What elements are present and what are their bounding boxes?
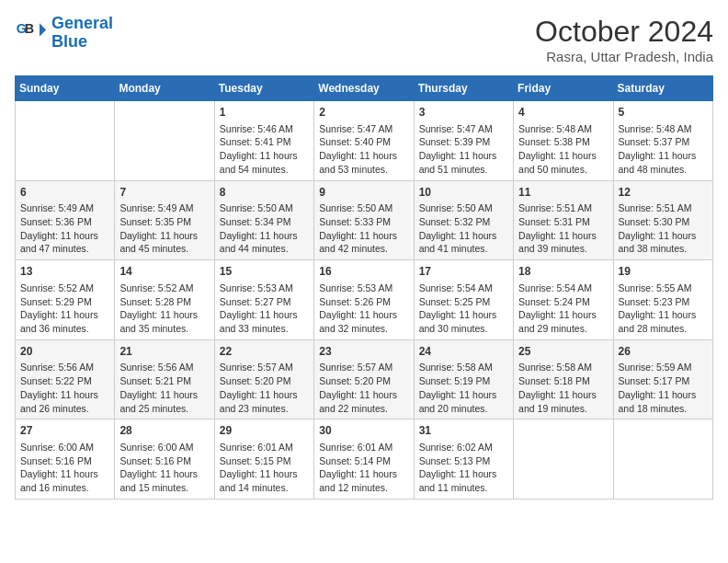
day-number: 5 xyxy=(619,105,708,121)
day-cell: 11Sunrise: 5:51 AM Sunset: 5:31 PM Dayli… xyxy=(514,180,613,260)
day-cell: 2Sunrise: 5:47 AM Sunset: 5:40 PM Daylig… xyxy=(314,101,414,181)
day-cell: 31Sunrise: 6:02 AM Sunset: 5:13 PM Dayli… xyxy=(414,419,513,500)
week-row-4: 20Sunrise: 5:56 AM Sunset: 5:22 PM Dayli… xyxy=(16,339,713,419)
day-cell: 17Sunrise: 5:54 AM Sunset: 5:25 PM Dayli… xyxy=(414,260,513,340)
header-friday: Friday xyxy=(514,76,613,101)
day-cell xyxy=(115,101,214,181)
day-info: Sunrise: 6:01 AM Sunset: 5:14 PM Dayligh… xyxy=(319,441,408,495)
day-cell: 4Sunrise: 5:48 AM Sunset: 5:38 PM Daylig… xyxy=(514,101,613,181)
week-row-1: 1Sunrise: 5:46 AM Sunset: 5:41 PM Daylig… xyxy=(16,101,713,181)
day-info: Sunrise: 5:52 AM Sunset: 5:29 PM Dayligh… xyxy=(20,282,109,336)
day-number: 11 xyxy=(518,185,608,201)
day-cell: 14Sunrise: 5:52 AM Sunset: 5:28 PM Dayli… xyxy=(115,260,214,340)
day-cell: 8Sunrise: 5:50 AM Sunset: 5:34 PM Daylig… xyxy=(214,180,313,260)
day-cell: 22Sunrise: 5:57 AM Sunset: 5:20 PM Dayli… xyxy=(214,339,313,419)
day-number: 13 xyxy=(20,264,109,280)
day-info: Sunrise: 6:00 AM Sunset: 5:16 PM Dayligh… xyxy=(20,441,109,495)
day-number: 28 xyxy=(119,423,209,439)
day-cell: 6Sunrise: 5:49 AM Sunset: 5:36 PM Daylig… xyxy=(16,180,115,260)
day-cell xyxy=(613,419,712,500)
day-info: Sunrise: 6:00 AM Sunset: 5:16 PM Dayligh… xyxy=(119,441,209,495)
page-header: G B General Blue October 2024 Rasra, Utt… xyxy=(15,15,713,64)
day-cell: 10Sunrise: 5:50 AM Sunset: 5:32 PM Dayli… xyxy=(414,180,513,260)
day-number: 10 xyxy=(419,185,508,201)
day-cell: 19Sunrise: 5:55 AM Sunset: 5:23 PM Dayli… xyxy=(613,260,712,340)
day-number: 29 xyxy=(220,423,309,439)
day-cell: 20Sunrise: 5:56 AM Sunset: 5:22 PM Dayli… xyxy=(16,339,115,419)
day-cell: 5Sunrise: 5:48 AM Sunset: 5:37 PM Daylig… xyxy=(613,101,712,181)
day-cell: 3Sunrise: 5:47 AM Sunset: 5:39 PM Daylig… xyxy=(414,101,513,181)
day-info: Sunrise: 5:46 AM Sunset: 5:41 PM Dayligh… xyxy=(220,122,309,177)
day-cell xyxy=(514,419,613,500)
header-saturday: Saturday xyxy=(613,76,712,101)
day-info: Sunrise: 5:57 AM Sunset: 5:20 PM Dayligh… xyxy=(220,361,309,415)
day-number: 24 xyxy=(419,344,508,360)
logo-line2: Blue xyxy=(51,32,87,51)
day-cell: 15Sunrise: 5:53 AM Sunset: 5:27 PM Dayli… xyxy=(214,260,313,340)
day-info: Sunrise: 5:50 AM Sunset: 5:33 PM Dayligh… xyxy=(319,201,408,256)
day-cell: 9Sunrise: 5:50 AM Sunset: 5:33 PM Daylig… xyxy=(314,180,414,260)
day-cell: 25Sunrise: 5:58 AM Sunset: 5:18 PM Dayli… xyxy=(514,339,613,419)
day-cell xyxy=(16,101,115,181)
header-row: SundayMondayTuesdayWednesdayThursdayFrid… xyxy=(16,76,713,101)
day-cell: 21Sunrise: 5:56 AM Sunset: 5:21 PM Dayli… xyxy=(115,339,214,419)
day-number: 21 xyxy=(119,344,209,360)
day-info: Sunrise: 5:54 AM Sunset: 5:24 PM Dayligh… xyxy=(518,282,608,336)
day-info: Sunrise: 5:51 AM Sunset: 5:30 PM Dayligh… xyxy=(619,201,708,256)
logo-icon: G B xyxy=(15,17,48,50)
day-cell: 24Sunrise: 5:58 AM Sunset: 5:19 PM Dayli… xyxy=(414,339,513,419)
day-number: 9 xyxy=(319,185,408,201)
day-info: Sunrise: 5:56 AM Sunset: 5:21 PM Dayligh… xyxy=(119,361,209,415)
day-info: Sunrise: 5:50 AM Sunset: 5:34 PM Dayligh… xyxy=(220,201,309,256)
day-number: 14 xyxy=(119,264,209,280)
day-info: Sunrise: 5:50 AM Sunset: 5:32 PM Dayligh… xyxy=(419,201,508,256)
calendar-table: SundayMondayTuesdayWednesdayThursdayFrid… xyxy=(15,75,713,500)
day-cell: 30Sunrise: 6:01 AM Sunset: 5:14 PM Dayli… xyxy=(314,419,414,500)
header-tuesday: Tuesday xyxy=(214,76,313,101)
day-info: Sunrise: 5:53 AM Sunset: 5:26 PM Dayligh… xyxy=(319,282,408,336)
day-number: 26 xyxy=(619,344,708,360)
day-number: 23 xyxy=(319,344,408,360)
day-info: Sunrise: 5:49 AM Sunset: 5:36 PM Dayligh… xyxy=(20,201,109,256)
day-cell: 23Sunrise: 5:57 AM Sunset: 5:20 PM Dayli… xyxy=(314,339,414,419)
day-number: 19 xyxy=(619,264,708,280)
logo-text: General Blue xyxy=(51,15,113,52)
day-cell: 16Sunrise: 5:53 AM Sunset: 5:26 PM Dayli… xyxy=(314,260,414,340)
day-cell: 13Sunrise: 5:52 AM Sunset: 5:29 PM Dayli… xyxy=(16,260,115,340)
week-row-2: 6Sunrise: 5:49 AM Sunset: 5:36 PM Daylig… xyxy=(16,180,713,260)
day-number: 4 xyxy=(518,105,608,121)
day-info: Sunrise: 5:49 AM Sunset: 5:35 PM Dayligh… xyxy=(119,201,209,256)
day-info: Sunrise: 5:48 AM Sunset: 5:37 PM Dayligh… xyxy=(619,122,708,177)
day-info: Sunrise: 5:57 AM Sunset: 5:20 PM Dayligh… xyxy=(319,361,408,415)
logo: G B General Blue xyxy=(15,15,113,52)
day-number: 8 xyxy=(220,185,309,201)
day-info: Sunrise: 5:47 AM Sunset: 5:39 PM Dayligh… xyxy=(419,122,508,177)
svg-text:B: B xyxy=(25,21,34,36)
day-info: Sunrise: 5:48 AM Sunset: 5:38 PM Dayligh… xyxy=(518,122,608,177)
day-number: 31 xyxy=(419,423,508,439)
day-info: Sunrise: 5:51 AM Sunset: 5:31 PM Dayligh… xyxy=(518,201,608,256)
day-number: 17 xyxy=(419,264,508,280)
header-sunday: Sunday xyxy=(16,76,115,101)
day-info: Sunrise: 5:53 AM Sunset: 5:27 PM Dayligh… xyxy=(220,282,309,336)
day-number: 16 xyxy=(319,264,408,280)
day-number: 6 xyxy=(20,185,109,201)
logo-line1: General xyxy=(51,14,113,32)
day-number: 1 xyxy=(220,105,309,121)
day-cell: 18Sunrise: 5:54 AM Sunset: 5:24 PM Dayli… xyxy=(514,260,613,340)
day-info: Sunrise: 5:58 AM Sunset: 5:19 PM Dayligh… xyxy=(419,361,508,415)
header-monday: Monday xyxy=(115,76,214,101)
day-cell: 26Sunrise: 5:59 AM Sunset: 5:17 PM Dayli… xyxy=(613,339,712,419)
day-number: 15 xyxy=(220,264,309,280)
week-row-5: 27Sunrise: 6:00 AM Sunset: 5:16 PM Dayli… xyxy=(16,419,713,500)
day-cell: 1Sunrise: 5:46 AM Sunset: 5:41 PM Daylig… xyxy=(214,101,313,181)
week-row-3: 13Sunrise: 5:52 AM Sunset: 5:29 PM Dayli… xyxy=(16,260,713,340)
day-info: Sunrise: 5:56 AM Sunset: 5:22 PM Dayligh… xyxy=(20,361,109,415)
day-cell: 28Sunrise: 6:00 AM Sunset: 5:16 PM Dayli… xyxy=(115,419,214,500)
day-info: Sunrise: 5:59 AM Sunset: 5:17 PM Dayligh… xyxy=(619,361,708,415)
day-number: 3 xyxy=(419,105,508,121)
day-info: Sunrise: 5:52 AM Sunset: 5:28 PM Dayligh… xyxy=(119,282,209,336)
day-number: 2 xyxy=(319,105,408,121)
month-title: October 2024 xyxy=(535,15,713,49)
day-number: 7 xyxy=(119,185,209,201)
